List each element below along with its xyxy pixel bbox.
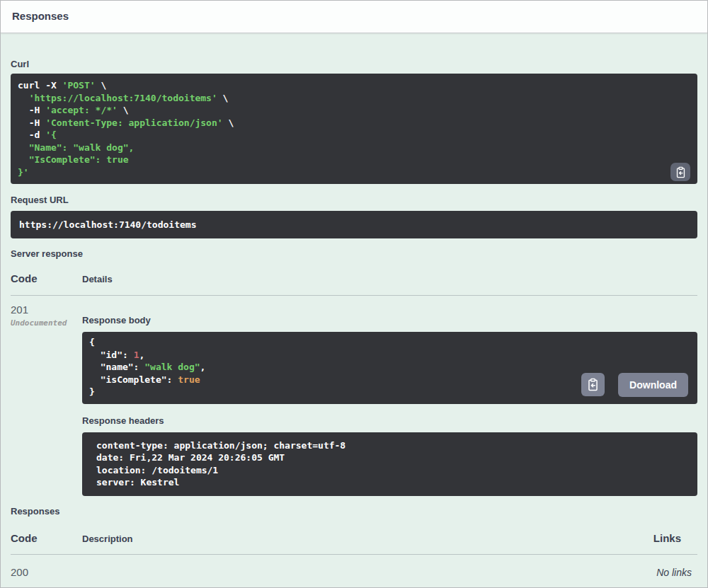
request-url-value: https://localhost:7140/todoitems <box>19 219 196 230</box>
response-headers-text: content-type: application/json; charset=… <box>96 439 683 489</box>
response-headers-label: Response headers <box>82 415 697 426</box>
curl-label: Curl <box>11 59 697 69</box>
response-body-block: { "id": 1, "name": "walk dog", "isComple… <box>82 332 697 404</box>
clipboard-copy-icon <box>675 166 687 178</box>
responses-row-200: 200 No links <box>11 555 697 579</box>
response-body-actions: Download <box>581 373 688 397</box>
response-body-label: Response body <box>82 315 697 325</box>
status-code-201: 201 <box>11 304 82 316</box>
server-response-label: Server response <box>11 248 697 259</box>
responses-table-header: Code Description Links <box>11 532 697 555</box>
column-header-code: Code <box>11 532 82 544</box>
links-cell: No links <box>656 566 692 579</box>
clipboard-copy-icon <box>586 378 600 391</box>
responses-section-header: Responses <box>1 1 707 33</box>
responses-title: Responses <box>12 10 696 23</box>
response-details-cell: Response body { "id": 1, "name": "walk d… <box>82 304 697 496</box>
description-cell <box>82 566 656 579</box>
column-header-code: Code <box>11 272 82 284</box>
column-header-links: Links <box>653 532 681 544</box>
status-code-cell: 201 Undocumented <box>11 304 82 496</box>
response-headers-block: content-type: application/json; charset=… <box>82 432 697 496</box>
undocumented-note: Undocumented <box>11 318 82 328</box>
download-button[interactable]: Download <box>618 373 688 397</box>
server-response-table-header: Code Details <box>11 272 697 296</box>
curl-command-block: curl -X 'POST' \ 'https://localhost:7140… <box>11 74 697 184</box>
column-header-details: Details <box>82 274 113 284</box>
request-url-label: Request URL <box>11 195 697 205</box>
status-code-200: 200 <box>11 566 82 579</box>
request-url-block: https://localhost:7140/todoitems <box>11 211 697 238</box>
server-response-row-201: 201 Undocumented Response body { "id": 1… <box>11 296 697 506</box>
column-header-description: Description <box>82 534 133 544</box>
copy-response-button[interactable] <box>581 373 605 396</box>
responses-table-label: Responses <box>11 506 697 517</box>
curl-command-text: curl -X 'POST' \ 'https://localhost:7140… <box>18 79 690 178</box>
responses-panel: Curl curl -X 'POST' \ 'https://localhost… <box>1 59 707 579</box>
copy-curl-button[interactable] <box>670 163 690 181</box>
